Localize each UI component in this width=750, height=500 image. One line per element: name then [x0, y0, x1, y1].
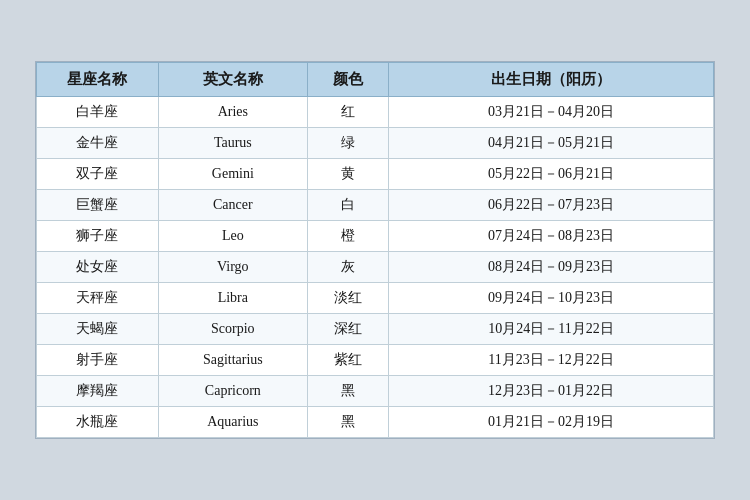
- table-row: 水瓶座Aquarius黑01月21日－02月19日: [37, 407, 714, 438]
- cell-en: Gemini: [158, 159, 307, 190]
- cell-date: 10月24日－11月22日: [389, 314, 714, 345]
- cell-color: 红: [307, 97, 388, 128]
- cell-zh: 天蝎座: [37, 314, 159, 345]
- header-date: 出生日期（阳历）: [389, 63, 714, 97]
- table-row: 金牛座Taurus绿04月21日－05月21日: [37, 128, 714, 159]
- cell-zh: 天秤座: [37, 283, 159, 314]
- table-row: 巨蟹座Cancer白06月22日－07月23日: [37, 190, 714, 221]
- cell-color: 灰: [307, 252, 388, 283]
- cell-date: 09月24日－10月23日: [389, 283, 714, 314]
- table-row: 处女座Virgo灰08月24日－09月23日: [37, 252, 714, 283]
- cell-color: 黑: [307, 376, 388, 407]
- cell-date: 11月23日－12月22日: [389, 345, 714, 376]
- table-header-row: 星座名称 英文名称 颜色 出生日期（阳历）: [37, 63, 714, 97]
- cell-en: Scorpio: [158, 314, 307, 345]
- cell-zh: 水瓶座: [37, 407, 159, 438]
- cell-zh: 处女座: [37, 252, 159, 283]
- cell-zh: 射手座: [37, 345, 159, 376]
- cell-color: 白: [307, 190, 388, 221]
- cell-date: 03月21日－04月20日: [389, 97, 714, 128]
- table-row: 狮子座Leo橙07月24日－08月23日: [37, 221, 714, 252]
- cell-zh: 摩羯座: [37, 376, 159, 407]
- cell-color: 紫红: [307, 345, 388, 376]
- table-row: 射手座Sagittarius紫红11月23日－12月22日: [37, 345, 714, 376]
- cell-zh: 金牛座: [37, 128, 159, 159]
- table-row: 摩羯座Capricorn黑12月23日－01月22日: [37, 376, 714, 407]
- table-row: 天秤座Libra淡红09月24日－10月23日: [37, 283, 714, 314]
- cell-color: 深红: [307, 314, 388, 345]
- cell-en: Libra: [158, 283, 307, 314]
- cell-date: 05月22日－06月21日: [389, 159, 714, 190]
- cell-en: Cancer: [158, 190, 307, 221]
- cell-en: Aquarius: [158, 407, 307, 438]
- zodiac-table-container: 星座名称 英文名称 颜色 出生日期（阳历） 白羊座Aries红03月21日－04…: [35, 61, 715, 439]
- cell-zh: 狮子座: [37, 221, 159, 252]
- header-color: 颜色: [307, 63, 388, 97]
- table-row: 天蝎座Scorpio深红10月24日－11月22日: [37, 314, 714, 345]
- cell-en: Leo: [158, 221, 307, 252]
- zodiac-table: 星座名称 英文名称 颜色 出生日期（阳历） 白羊座Aries红03月21日－04…: [36, 62, 714, 438]
- cell-date: 06月22日－07月23日: [389, 190, 714, 221]
- cell-date: 12月23日－01月22日: [389, 376, 714, 407]
- cell-en: Taurus: [158, 128, 307, 159]
- cell-date: 08月24日－09月23日: [389, 252, 714, 283]
- cell-en: Aries: [158, 97, 307, 128]
- cell-date: 07月24日－08月23日: [389, 221, 714, 252]
- header-en: 英文名称: [158, 63, 307, 97]
- cell-color: 橙: [307, 221, 388, 252]
- cell-date: 04月21日－05月21日: [389, 128, 714, 159]
- cell-date: 01月21日－02月19日: [389, 407, 714, 438]
- header-zh: 星座名称: [37, 63, 159, 97]
- cell-color: 绿: [307, 128, 388, 159]
- cell-zh: 白羊座: [37, 97, 159, 128]
- table-row: 双子座Gemini黄05月22日－06月21日: [37, 159, 714, 190]
- cell-zh: 双子座: [37, 159, 159, 190]
- cell-color: 黄: [307, 159, 388, 190]
- cell-en: Virgo: [158, 252, 307, 283]
- cell-en: Sagittarius: [158, 345, 307, 376]
- cell-color: 黑: [307, 407, 388, 438]
- cell-zh: 巨蟹座: [37, 190, 159, 221]
- cell-color: 淡红: [307, 283, 388, 314]
- cell-en: Capricorn: [158, 376, 307, 407]
- table-row: 白羊座Aries红03月21日－04月20日: [37, 97, 714, 128]
